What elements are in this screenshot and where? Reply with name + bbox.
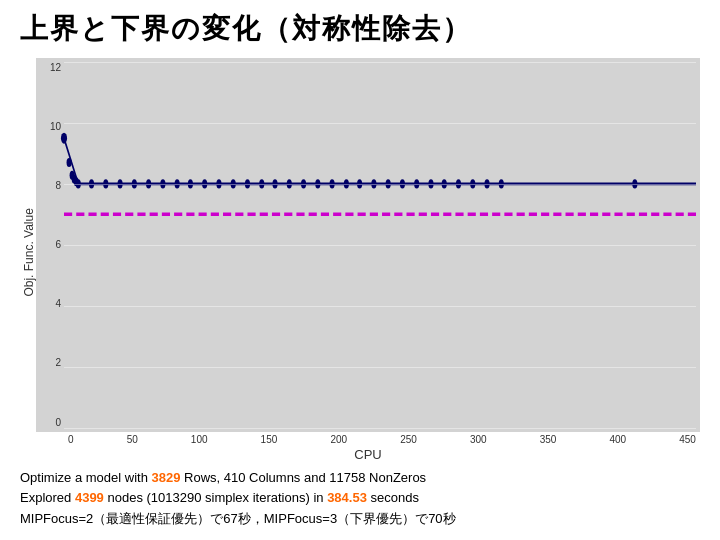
- upper-bound-line: [64, 138, 696, 184]
- grid-line-12: [64, 62, 696, 63]
- y-tick-8: 8: [36, 180, 64, 191]
- info-line1-pre: Optimize a model with: [20, 470, 152, 485]
- y-tick-4: 4: [36, 298, 64, 309]
- grid-line-0: [64, 428, 696, 429]
- x-tick-100: 100: [191, 434, 208, 445]
- x-tick-200: 200: [330, 434, 347, 445]
- x-tick-50: 50: [127, 434, 138, 445]
- y-tick-0: 0: [36, 417, 64, 428]
- x-tick-0: 0: [68, 434, 74, 445]
- svg-point-0: [61, 133, 67, 144]
- chart-plot-area: 12 10 8 6 4 2 0: [36, 58, 700, 432]
- y-ticks: 12 10 8 6 4 2 0: [36, 58, 64, 432]
- info-line2-num2: 384.53: [327, 490, 367, 505]
- chart-with-axes: 12 10 8 6 4 2 0: [36, 54, 700, 462]
- x-tick-300: 300: [470, 434, 487, 445]
- info-line-3: MIPFocus=2（最適性保証優先）で67秒，MIPFocus=3（下界優先）…: [20, 509, 700, 530]
- x-tick-450: 450: [679, 434, 696, 445]
- page-title: 上界と下界の変化（対称性除去）: [20, 10, 700, 48]
- y-axis-label: Obj. Func. Value: [20, 64, 36, 442]
- page-container: 上界と下界の変化（対称性除去） Obj. Func. Value 12 10 8…: [0, 0, 720, 540]
- grid-line-8: [64, 184, 696, 185]
- grid-line-4: [64, 306, 696, 307]
- x-tick-150: 150: [261, 434, 278, 445]
- y-tick-12: 12: [36, 62, 64, 73]
- chart-inner: [64, 62, 696, 428]
- info-line2-num1: 4399: [75, 490, 104, 505]
- y-tick-10: 10: [36, 121, 64, 132]
- grid-line-2: [64, 367, 696, 368]
- x-axis-label: CPU: [36, 447, 700, 462]
- info-line2-mid: nodes (1013290 simplex iterations) in: [104, 490, 327, 505]
- info-line2-pre: Explored: [20, 490, 75, 505]
- y-tick-6: 6: [36, 239, 64, 250]
- x-tick-400: 400: [609, 434, 626, 445]
- x-tick-250: 250: [400, 434, 417, 445]
- grid-line-10: [64, 123, 696, 124]
- grid-line-6: [64, 245, 696, 246]
- x-tick-350: 350: [540, 434, 557, 445]
- info-line-1: Optimize a model with 3829 Rows, 410 Col…: [20, 468, 700, 489]
- svg-point-1: [67, 158, 72, 167]
- upper-bound-dots: [61, 133, 637, 189]
- info-line1-mid: Rows, 410 Columns and 11758 NonZeros: [180, 470, 426, 485]
- info-section: Optimize a model with 3829 Rows, 410 Col…: [20, 468, 700, 530]
- chart-area: Obj. Func. Value 12 10 8 6 4 2 0: [20, 54, 700, 462]
- info-line2-post: seconds: [367, 490, 419, 505]
- x-ticks-row: 0 50 100 150 200 250 300 350 400 450: [36, 434, 700, 445]
- info-line1-num1: 3829: [152, 470, 181, 485]
- y-tick-2: 2: [36, 357, 64, 368]
- info-line-2: Explored 4399 nodes (1013290 simplex ite…: [20, 488, 700, 509]
